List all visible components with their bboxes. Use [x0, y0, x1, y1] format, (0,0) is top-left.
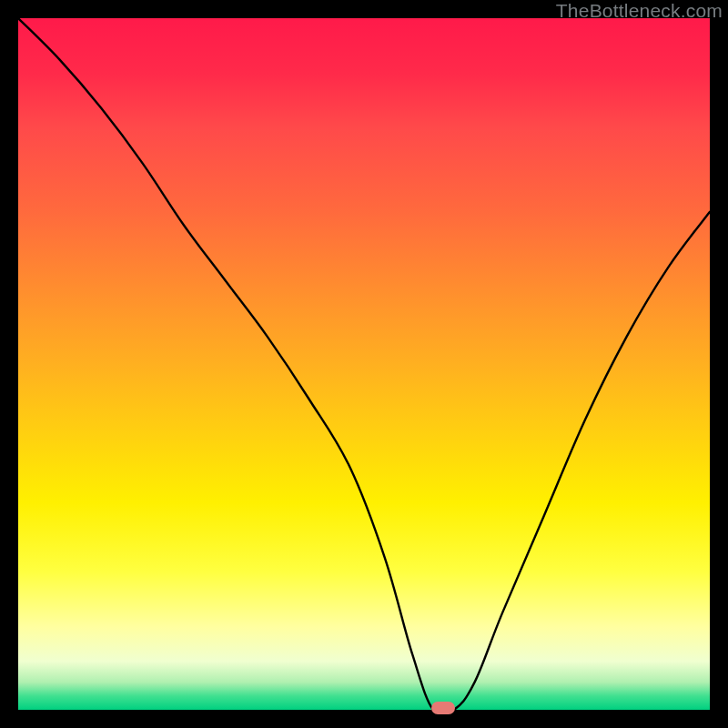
- chart-frame: TheBottleneck.com: [0, 0, 728, 728]
- curve-path: [18, 18, 710, 710]
- plot-area: [18, 18, 710, 710]
- optimal-marker: [431, 702, 455, 714]
- watermark-text: TheBottleneck.com: [556, 0, 723, 22]
- bottleneck-curve: [18, 18, 710, 710]
